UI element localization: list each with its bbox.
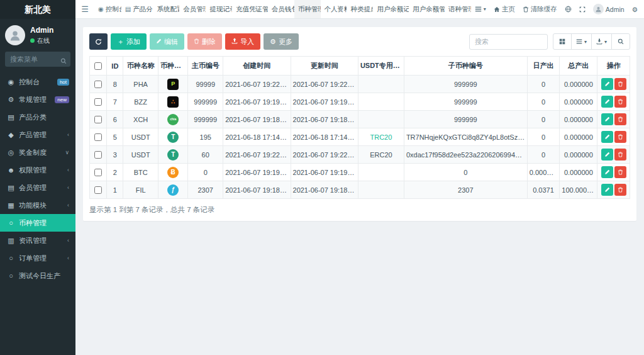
row-edit-button[interactable] bbox=[601, 184, 613, 196]
row-edit-button[interactable] bbox=[601, 166, 613, 178]
row-edit-button[interactable] bbox=[601, 149, 613, 161]
hamburger-menu-icon[interactable]: ☰ bbox=[75, 0, 94, 18]
nav-tab-language[interactable]: 语种管理 bbox=[445, 0, 471, 18]
coin-image-cell: chia bbox=[158, 111, 188, 128]
nav-tab-category-commission[interactable]: 种类提成 bbox=[347, 0, 373, 18]
id-cell: 2 bbox=[107, 164, 123, 181]
sidebar-item-bonus[interactable]: ◎奖金制度∨ bbox=[0, 144, 75, 161]
sidebar-item-currency[interactable]: ○币种管理 bbox=[0, 214, 75, 232]
nav-tab-profile[interactable]: 个人资料 bbox=[321, 0, 347, 18]
sidebar-item-console[interactable]: ◉控制台hot bbox=[0, 73, 75, 91]
nav-tab-user-balance[interactable]: 用户余额管理 bbox=[409, 0, 445, 18]
edit-label: 编辑 bbox=[164, 37, 178, 47]
toggle-view-button[interactable] bbox=[553, 33, 572, 50]
add-button[interactable]: ＋添加 bbox=[111, 33, 147, 50]
search-button[interactable] bbox=[611, 33, 630, 50]
sidebar-item-product-category[interactable]: ▤产品分类 bbox=[0, 108, 75, 126]
sidebar-item-test-production[interactable]: ○测试今日生产 bbox=[0, 267, 75, 285]
table-row: 1FILƒ23072021-06-07 19:18:392021-06-07 1… bbox=[90, 181, 630, 199]
id-cell: 7 bbox=[107, 93, 123, 111]
table-row: 2BTCɃ02021-06-07 19:19:332021-06-07 19:1… bbox=[90, 164, 630, 181]
row-checkbox[interactable] bbox=[94, 133, 102, 141]
column-header[interactable]: 日产出 bbox=[527, 57, 560, 76]
clear-cache-link[interactable]: 清除缓存 bbox=[519, 0, 561, 19]
usdt-type-cell[interactable]: TRC20 bbox=[358, 128, 404, 146]
import-button[interactable]: 导入 bbox=[225, 33, 260, 50]
nav-tab-system-config[interactable]: 系统配置 bbox=[153, 0, 179, 18]
sidebar-item-order[interactable]: ○订单管理‹ bbox=[0, 249, 75, 267]
sidebar-item-label: 控制台 bbox=[19, 77, 56, 87]
export-dropdown-button[interactable]: ▾ bbox=[591, 33, 612, 50]
row-delete-button[interactable] bbox=[614, 166, 626, 178]
column-header[interactable]: 总产出 bbox=[560, 57, 597, 76]
column-header[interactable]: 更新时间 bbox=[291, 57, 358, 76]
sidebar-item-label: 常规管理 bbox=[19, 95, 53, 104]
row-edit-button[interactable] bbox=[601, 131, 613, 143]
edit-button[interactable]: 编辑 bbox=[150, 33, 184, 50]
sidebar-item-module[interactable]: ▦功能模块‹ bbox=[0, 196, 75, 214]
columns-dropdown-button[interactable]: ▾ bbox=[571, 33, 592, 50]
list-icon bbox=[576, 38, 582, 45]
sidebar-item-member[interactable]: ▤会员管理‹ bbox=[0, 179, 75, 196]
tabs-overflow-button[interactable]: ▾ bbox=[471, 0, 490, 19]
usdt-type-cell bbox=[358, 181, 404, 199]
row-edit-button[interactable] bbox=[601, 113, 613, 125]
row-checkbox[interactable] bbox=[94, 151, 102, 159]
column-header[interactable]: USDT专用类型 bbox=[358, 57, 404, 76]
select-all-checkbox[interactable] bbox=[94, 62, 102, 70]
row-checkbox[interactable] bbox=[94, 116, 102, 123]
pencil-icon bbox=[156, 38, 162, 45]
language-button[interactable] bbox=[561, 0, 575, 19]
usdt-type-cell bbox=[358, 76, 404, 93]
usdt-type-cell bbox=[358, 93, 404, 111]
nav-tab-product-category[interactable]: ▤产品分类 bbox=[121, 0, 153, 18]
user-menu[interactable]: Admin bbox=[589, 0, 628, 19]
sidebar-item-permission[interactable]: ☻权限管理‹ bbox=[0, 161, 75, 179]
row-delete-button[interactable] bbox=[614, 96, 626, 108]
sidebar-item-product[interactable]: ◆产品管理‹ bbox=[0, 126, 75, 144]
column-header[interactable]: 创建时间 bbox=[223, 57, 291, 76]
chevron-icon: ‹ bbox=[67, 132, 69, 138]
column-header[interactable]: 操作 bbox=[597, 57, 630, 76]
nav-tab-recharge-voucher[interactable]: 充值凭证管理 bbox=[232, 0, 268, 18]
usdt-type-value[interactable]: TRC20 bbox=[370, 133, 392, 141]
nav-tab-console[interactable]: ◉控制台 bbox=[94, 0, 121, 18]
add-label: 添加 bbox=[126, 37, 140, 47]
nav-tab-member[interactable]: 会员管理 bbox=[179, 0, 206, 18]
refresh-button[interactable] bbox=[89, 33, 108, 50]
column-header[interactable]: ID bbox=[107, 57, 123, 76]
sidebar-item-news[interactable]: ▥资讯管理‹ bbox=[0, 232, 75, 249]
nav-tab-currency[interactable]: 币种管理 bbox=[294, 0, 321, 18]
row-delete-button[interactable] bbox=[614, 131, 626, 143]
row-checkbox[interactable] bbox=[94, 98, 102, 106]
table-search-input[interactable] bbox=[469, 34, 548, 50]
nav-tab-label: 个人资料 bbox=[325, 5, 347, 14]
delete-button[interactable]: 删除 bbox=[187, 33, 222, 50]
row-checkbox[interactable] bbox=[94, 81, 102, 88]
nav-tab-withdraw-record[interactable]: 提现记录 bbox=[206, 0, 232, 18]
nav-tab-user-balance-record[interactable]: 用户余额记录 bbox=[373, 0, 409, 18]
settings-button[interactable]: ⚙ bbox=[628, 0, 641, 19]
actions-cell bbox=[597, 111, 630, 128]
row-delete-button[interactable] bbox=[614, 78, 626, 90]
home-link[interactable]: 主页 bbox=[490, 0, 519, 19]
row-delete-button[interactable] bbox=[614, 149, 626, 161]
row-delete-button[interactable] bbox=[614, 184, 626, 196]
row-checkbox[interactable] bbox=[94, 186, 102, 194]
category-icon: ▤ bbox=[6, 113, 16, 121]
column-header[interactable]: 主币编号 bbox=[188, 57, 223, 76]
more-button[interactable]: ⚙更多 bbox=[264, 33, 299, 50]
fullscreen-button[interactable] bbox=[575, 0, 589, 19]
row-checkbox[interactable] bbox=[94, 169, 102, 176]
sidebar-item-general[interactable]: ⚙常规管理new bbox=[0, 91, 75, 108]
row-edit-button[interactable] bbox=[601, 96, 613, 108]
updated-time-cell: 2021-06-07 19:19:33 bbox=[291, 164, 358, 181]
column-header[interactable]: 币种图片 bbox=[158, 57, 188, 76]
row-delete-button[interactable] bbox=[614, 113, 626, 125]
column-header[interactable]: 币种名称 bbox=[123, 57, 158, 76]
column-header[interactable]: 子币种编号 bbox=[404, 57, 527, 76]
table-row: 6XCHchia9999992021-06-07 19:18:392021-06… bbox=[90, 111, 630, 128]
nav-tab-member-wallet[interactable]: 会员钱包 bbox=[268, 0, 294, 18]
row-edit-button[interactable] bbox=[601, 78, 613, 90]
actions-cell bbox=[597, 76, 630, 93]
